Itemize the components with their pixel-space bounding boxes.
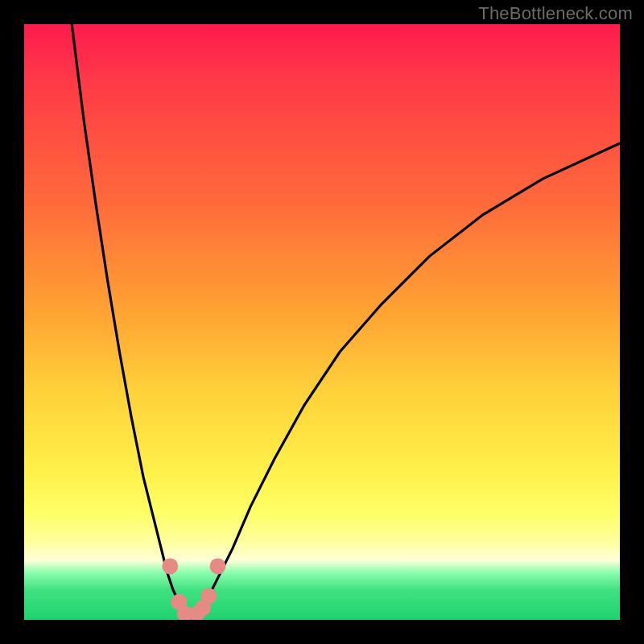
- curve-marker: [162, 558, 178, 574]
- chart-frame: TheBottleneck.com: [0, 0, 644, 644]
- curve-marker: [210, 558, 226, 574]
- curve-left-branch: [72, 24, 191, 620]
- bottleneck-curve: [24, 24, 620, 620]
- curve-right-branch: [191, 143, 620, 620]
- plot-area: [24, 24, 620, 620]
- attribution-text: TheBottleneck.com: [478, 3, 633, 24]
- curve-marker: [200, 588, 217, 604]
